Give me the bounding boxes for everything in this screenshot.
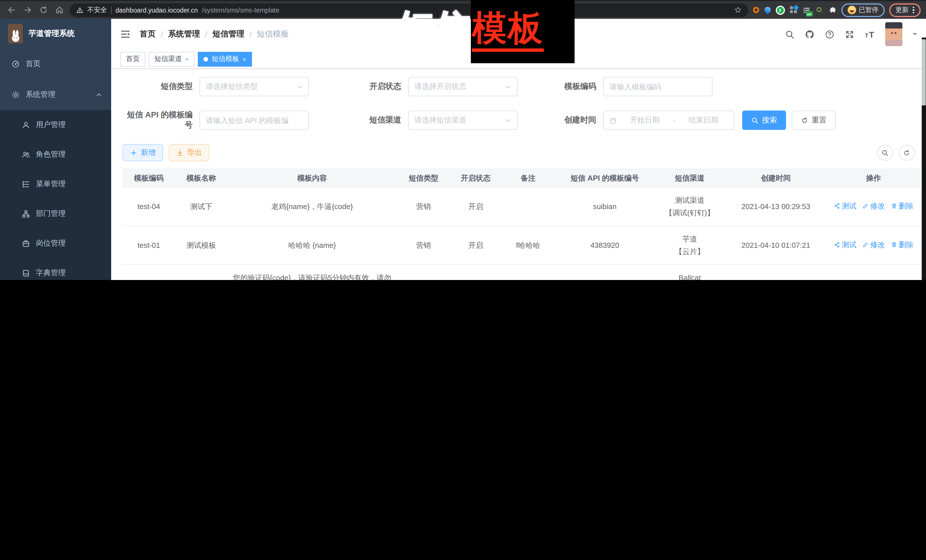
users-icon bbox=[22, 150, 30, 158]
breadcrumb-home[interactable]: 首页 bbox=[140, 29, 156, 39]
col-template-code: 模板编码 bbox=[123, 169, 175, 187]
reset-button[interactable]: 重置 bbox=[792, 110, 836, 130]
test-link[interactable]: 测试 bbox=[834, 278, 856, 280]
channel-label: 短信渠道 bbox=[368, 115, 408, 125]
col-template-content: 模板内容 bbox=[227, 169, 397, 187]
refresh-button[interactable] bbox=[899, 145, 915, 161]
browser-back-icon[interactable] bbox=[6, 4, 17, 16]
sidebar-item-role-management[interactable]: 角色管理 bbox=[0, 140, 111, 169]
sidebar-item-home[interactable]: 首页 bbox=[0, 48, 111, 79]
sidebar-item-label: 首页 bbox=[26, 59, 41, 69]
tab-label: 首页 bbox=[126, 54, 140, 64]
breadcrumb-sms[interactable]: 短信管理 bbox=[213, 29, 245, 39]
page-scrollbar[interactable] bbox=[921, 38, 926, 280]
create-time-label: 创建时间 bbox=[563, 115, 603, 125]
sidebar-item-label: 菜单管理 bbox=[36, 179, 65, 189]
font-size-icon[interactable]: TT bbox=[865, 29, 875, 39]
blue-pin-extension-icon[interactable] bbox=[763, 5, 772, 14]
url-path: /system/sms/sms-template bbox=[202, 6, 279, 14]
col-status: 开启状态 bbox=[450, 169, 501, 187]
app-logo-row[interactable]: 芋道管理系统 bbox=[0, 19, 111, 48]
sidebar-item-label: 角色管理 bbox=[36, 149, 65, 160]
address-bar[interactable]: 不安全 dashboard.yudao.iocoder.cn /system/s… bbox=[70, 3, 748, 17]
api-template-id-input-wrap bbox=[200, 110, 309, 130]
edit-link[interactable]: 修改 bbox=[862, 278, 885, 280]
sidebar-item-post-management[interactable]: 岗位管理 bbox=[0, 228, 111, 258]
bookmark-star-icon[interactable] bbox=[734, 6, 741, 14]
sidebar-item-label: 字典管理 bbox=[36, 268, 65, 278]
close-icon[interactable]: × bbox=[185, 56, 189, 62]
security-label: 不安全 bbox=[87, 6, 107, 14]
browser-home-icon[interactable] bbox=[54, 4, 65, 16]
not-secure-icon bbox=[76, 6, 83, 14]
sidebar-collapse-icon[interactable] bbox=[120, 29, 130, 39]
grid-extension-icon[interactable] bbox=[790, 6, 797, 14]
delete-link[interactable]: 删除 bbox=[891, 278, 914, 280]
extensions-puzzle-icon[interactable] bbox=[829, 6, 837, 14]
browser-update-button[interactable]: 更新 bbox=[889, 3, 920, 17]
start-date-placeholder: 开始日期 bbox=[620, 115, 669, 125]
col-actions: 操作 bbox=[826, 169, 921, 187]
api-template-id-input[interactable] bbox=[206, 116, 303, 124]
active-dot bbox=[204, 57, 208, 61]
gear-icon bbox=[11, 90, 20, 99]
browser-profile-badge[interactable]: 已暂停 bbox=[841, 3, 885, 17]
orange-ring-extension-icon[interactable] bbox=[753, 7, 759, 13]
search-icon[interactable] bbox=[785, 29, 794, 39]
list-extension-icon[interactable]: on bbox=[802, 6, 810, 14]
template-code-input[interactable] bbox=[609, 82, 706, 91]
sidebar-item-user-management[interactable]: 用户管理 bbox=[0, 110, 111, 140]
top-navbar: 首页 / 系统管理 / 短信管理 / 短信模板 TT bbox=[111, 19, 926, 50]
sidebar-item-label: 岗位管理 bbox=[36, 238, 65, 248]
sidebar-item-department-management[interactable]: 部门管理 bbox=[0, 199, 111, 228]
screen: 不安全 dashboard.yudao.iocoder.cn /system/s… bbox=[0, 0, 926, 280]
fullscreen-icon[interactable] bbox=[845, 29, 855, 39]
breadcrumb-current: 短信模板 bbox=[257, 29, 289, 39]
breadcrumb: 首页 / 系统管理 / 短信管理 / 短信模板 bbox=[140, 29, 289, 39]
test-link[interactable]: 测试 bbox=[834, 239, 856, 251]
browser-menu-icon[interactable] bbox=[912, 7, 914, 14]
export-button[interactable]: 导出 bbox=[169, 144, 209, 161]
table-header-row: 模板编码 模板名称 模板内容 短信类型 开启状态 备注 短信 API 的模板编号… bbox=[123, 169, 921, 187]
breadcrumb-system[interactable]: 系统管理 bbox=[168, 29, 200, 39]
tab-home[interactable]: 首页 bbox=[120, 51, 145, 66]
channel-select[interactable]: 请选择短信渠道 bbox=[408, 110, 517, 130]
sidebar-item-dict-management[interactable]: 字典管理 bbox=[0, 258, 111, 280]
sidebar-item-menu-management[interactable]: 菜单管理 bbox=[0, 169, 111, 199]
sidebar-item-label: 部门管理 bbox=[36, 208, 65, 219]
chevron-up-icon bbox=[96, 91, 102, 98]
delete-link[interactable]: 删除 bbox=[891, 200, 914, 212]
browser-forward-icon[interactable] bbox=[22, 4, 33, 16]
edit-link[interactable]: 修改 bbox=[862, 239, 885, 251]
navbar-actions: TT bbox=[785, 22, 917, 46]
add-button[interactable]: 新增 bbox=[123, 144, 163, 161]
dashboard-icon bbox=[11, 60, 20, 68]
status-select[interactable]: 请选择开启状态 bbox=[408, 77, 517, 96]
test-link[interactable]: 测试 bbox=[834, 200, 856, 212]
green-y-extension-icon[interactable]: y bbox=[776, 5, 785, 15]
show-search-button[interactable] bbox=[877, 145, 893, 161]
tab-sms-channel[interactable]: 短信渠道 × bbox=[149, 51, 195, 66]
tab-sms-template[interactable]: 短信模板 × bbox=[198, 51, 252, 66]
sidebar: 芋道管理系统 首页 系统管理 用户管理 角色管理 bbox=[0, 19, 111, 280]
sidebar-item-label: 用户管理 bbox=[36, 120, 65, 130]
table-row: test-01 测试模板 哈哈哈 {name} 营销 开启 f哈哈哈 43839… bbox=[123, 226, 921, 265]
github-icon[interactable] bbox=[805, 29, 814, 39]
avatar-caret-icon[interactable] bbox=[912, 33, 917, 38]
end-date-placeholder: 结束日期 bbox=[679, 115, 728, 125]
tree-list-icon bbox=[22, 180, 30, 188]
sms-type-select[interactable]: 请选择短信类型 bbox=[200, 77, 309, 96]
magnifier-extension-icon[interactable] bbox=[816, 6, 823, 14]
user-avatar[interactable] bbox=[885, 22, 902, 46]
chevron-down-icon bbox=[297, 83, 303, 90]
date-range-picker[interactable]: 开始日期 - 结束日期 bbox=[603, 110, 734, 130]
sidebar-item-system-management[interactable]: 系统管理 bbox=[0, 79, 111, 110]
browser-reload-icon[interactable] bbox=[38, 4, 49, 16]
table-row: test_02 公告通知 您的验证码{code}，该验证码5分钟内有效，请勿泄漏… bbox=[123, 265, 921, 280]
search-button[interactable]: 搜索 bbox=[742, 110, 786, 130]
help-icon[interactable] bbox=[825, 29, 835, 39]
scrollbar-thumb[interactable] bbox=[922, 39, 926, 106]
close-icon[interactable]: × bbox=[242, 56, 246, 62]
delete-link[interactable]: 删除 bbox=[891, 239, 914, 251]
edit-link[interactable]: 修改 bbox=[862, 200, 885, 212]
